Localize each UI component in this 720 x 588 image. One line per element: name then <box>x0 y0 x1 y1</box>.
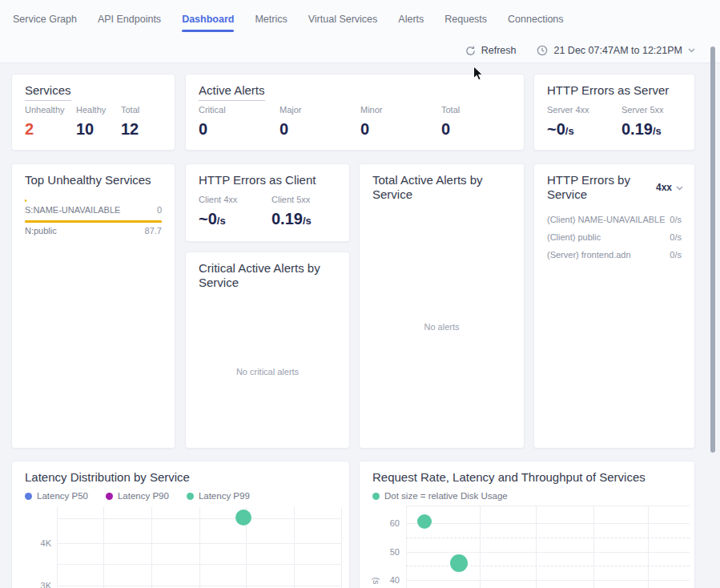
gridline <box>536 505 537 588</box>
gridline <box>199 507 200 588</box>
gridline-minor <box>406 566 690 566</box>
tab-virtual-services[interactable]: Virtual Services <box>308 14 378 32</box>
tab-alerts[interactable]: Alerts <box>398 14 424 32</box>
services-card-title: Services <box>25 83 71 101</box>
client-5xx-unit: /s <box>303 215 312 227</box>
refresh-label: Refresh <box>481 45 517 56</box>
gridline <box>57 586 341 586</box>
gridline <box>406 505 407 588</box>
services-total-col: Total 12 <box>121 105 139 139</box>
unhealthy-item-value: 87.7 <box>145 226 162 236</box>
error-type-value: 4xx <box>656 182 672 193</box>
services-total-label: Total <box>121 105 139 115</box>
gridline <box>480 505 481 588</box>
tab-requests[interactable]: Requests <box>444 14 487 32</box>
list-item[interactable]: (Client) public 0/s <box>547 232 682 242</box>
server-5xx-unit: /s <box>653 125 662 137</box>
latency-plot-area: 4K3K <box>12 461 349 588</box>
y-axis-label-partial: (s <box>372 577 381 584</box>
services-card: Services Unhealthy 2 Healthy 10 Total 12 <box>11 74 175 151</box>
services-healthy-col: Healthy 10 <box>76 105 106 139</box>
tab-dashboard[interactable]: Dashboard <box>182 14 234 32</box>
services-unhealthy-col: Unhealthy 2 <box>25 105 65 139</box>
server-4xx-label: Server 4xx <box>547 105 589 115</box>
top-unhealthy-card: Top Unhealthy Services S:NAME-UNAVAILABL… <box>11 163 175 449</box>
client-4xx-col: Client 4xx ~0/s <box>199 195 237 228</box>
list-item[interactable]: (Server) frontend.adn 0/s <box>547 250 682 260</box>
top-unhealthy-list: S:NAME-UNAVAILABLE 0 N:public 87.7 <box>25 199 162 241</box>
time-range-picker[interactable]: 21 Dec 07:47AM to 12:21PM <box>537 45 695 56</box>
top-unhealthy-title: Top Unhealthy Services <box>25 173 151 187</box>
latency-chart-card: Latency Distribution by Service Latency … <box>11 461 350 588</box>
alerts-minor-value: 0 <box>360 120 383 139</box>
client-4xx-label: Client 4xx <box>199 195 237 204</box>
critical-label: Critical <box>199 105 226 115</box>
alerts-critical-value: 0 <box>199 120 226 139</box>
healthy-label: Healthy <box>76 105 106 115</box>
unhealthy-item-value: 0 <box>157 205 162 215</box>
list-item[interactable]: N:public 87.7 <box>25 220 162 236</box>
tab-metrics[interactable]: Metrics <box>255 14 287 32</box>
gridline <box>406 580 690 581</box>
error-item-label: (Client) public <box>547 232 601 242</box>
active-alerts-card: Active Alerts Critical 0 Major 0 Minor 0… <box>185 74 525 151</box>
vertical-scrollbar-thumb[interactable] <box>710 46 715 453</box>
tab-connections[interactable]: Connections <box>508 14 564 32</box>
unhealthy-item-label: S:NAME-UNAVAILABLE <box>25 205 120 215</box>
request-rate-chart-card: Request Rate, Latency and Throughput of … <box>359 461 695 588</box>
chevron-down-icon <box>688 48 695 53</box>
gridline-minor <box>406 538 690 538</box>
server-4xx-value: ~0/s <box>547 120 589 139</box>
gridline <box>406 552 690 553</box>
tab-service-graph[interactable]: Service Graph <box>13 14 77 32</box>
services-unhealthy-value: 2 <box>25 120 65 139</box>
error-item-label: (Client) NAME-UNAVAILABLE <box>547 215 666 224</box>
http-errors-client-card: HTTP Errors as Client Client 4xx ~0/s Cl… <box>185 163 350 242</box>
list-item[interactable]: S:NAME-UNAVAILABLE 0 <box>25 199 162 215</box>
error-type-dropdown[interactable]: 4xx <box>656 182 683 193</box>
alerts-total-value: 0 <box>441 120 460 139</box>
list-item[interactable]: (Client) NAME-UNAVAILABLE 0/s <box>547 215 682 224</box>
gridline <box>57 564 341 565</box>
client-5xx-value: 0.19/s <box>272 210 312 228</box>
tab-api-endpoints[interactable]: API Endpoints <box>98 14 161 32</box>
gridline <box>406 523 690 524</box>
client-5xx-col: Client 5xx 0.19/s <box>272 195 312 228</box>
error-item-value: 0/s <box>670 232 682 242</box>
gridline <box>57 543 341 544</box>
clock-icon <box>537 45 548 56</box>
alerts-critical-col: Critical 0 <box>199 105 226 139</box>
major-label: Major <box>280 105 302 115</box>
y-tick-label: 4K <box>23 538 51 548</box>
services-healthy-value: 10 <box>76 120 106 139</box>
critical-alerts-title: Critical Active Alerts by Service <box>199 261 341 290</box>
y-tick-label: 40 <box>380 575 400 585</box>
server-5xx-number: 0.19 <box>621 120 653 138</box>
client-4xx-number: ~0 <box>199 210 217 228</box>
alerts-total-col: Total 0 <box>441 105 460 139</box>
gridline <box>406 505 690 506</box>
y-tick-label: 60 <box>380 518 400 528</box>
server-5xx-label: Server 5xx <box>621 105 664 115</box>
alerts-total-label: Total <box>441 105 460 115</box>
total-alerts-title: Total Active Alerts by Service <box>372 173 501 202</box>
minor-label: Minor <box>360 105 383 115</box>
gridline <box>593 505 594 588</box>
unhealthy-item-label: N:public <box>25 226 57 236</box>
refresh-button[interactable]: Refresh <box>465 45 517 56</box>
alerts-minor-col: Minor 0 <box>360 105 383 139</box>
tab-dashboard-label: Dashboard <box>182 14 234 25</box>
dashboard-page: Service Graph API Endpoints Dashboard Me… <box>0 0 720 588</box>
scatter-point <box>450 554 468 572</box>
unhealthy-bar-2 <box>25 220 162 223</box>
error-item-value: 0/s <box>670 250 682 260</box>
gridline <box>294 507 295 588</box>
toolbar: Refresh 21 Dec 07:47AM to 12:21PM <box>465 45 695 56</box>
unhealthy-label: Unhealthy <box>25 105 65 115</box>
active-alerts-card-title: Active Alerts <box>199 83 265 101</box>
services-title-text: Services <box>25 83 71 101</box>
scatter-point <box>417 514 432 529</box>
time-range-label: 21 Dec 07:47AM to 12:21PM <box>553 45 682 56</box>
y-tick-label: 3K <box>23 581 51 588</box>
client-5xx-label: Client 5xx <box>272 195 312 204</box>
